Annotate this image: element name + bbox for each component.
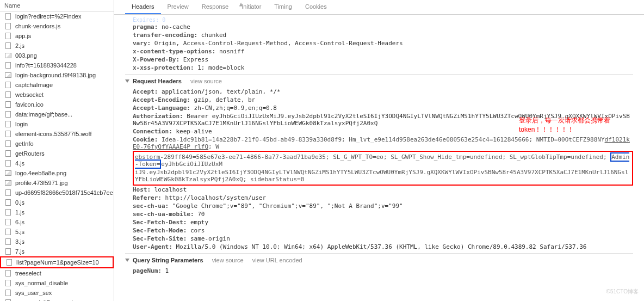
request-headers-section[interactable]: Request Headers view source — [125, 74, 633, 88]
file-item[interactable]: treeselect — [0, 268, 114, 278]
file-item[interactable]: 7.js — [0, 247, 114, 256]
header-row: Sec-Fetch-Dest: empty — [133, 218, 633, 226]
tabs-bar: HeadersPreviewResponseInitiatorTimingCoo… — [114, 0, 644, 15]
file-icon — [4, 269, 12, 277]
file-item[interactable]: 3.js — [0, 237, 114, 247]
header-value: same-origin — [187, 235, 230, 242]
header-name: Sec-Fetch-Site: — [133, 235, 187, 242]
file-item[interactable]: websocket — [0, 90, 114, 100]
header-row: x-xss-protection: 1; mode=block — [133, 64, 633, 72]
file-item[interactable]: 0.js — [0, 198, 114, 207]
file-item[interactable]: favicon.ico — [0, 100, 114, 109]
header-name: pragma: — [133, 23, 158, 30]
sidebar-header: Name — [0, 0, 114, 11]
header-value: cors — [187, 227, 205, 234]
header-name: X-Powered-By: — [133, 56, 179, 63]
file-item[interactable]: 4.js — [0, 158, 114, 168]
file-icon — [4, 32, 12, 40]
cookie-row: Cookie: Idea-1dc91b81=14a228b7-21f0-45bd… — [133, 136, 633, 151]
request-headers-after: Host: localhostReferer: http://localhost… — [125, 186, 633, 251]
file-item[interactable]: chunk-vendors.js — [0, 21, 114, 31]
header-row: transfer-encoding: chunked — [133, 31, 633, 39]
file-name: 2.js — [15, 42, 24, 49]
file-item[interactable]: login?redirect=%2Findex — [0, 11, 114, 21]
query-params-section[interactable]: Query String Parameters view source view… — [125, 253, 633, 267]
file-item[interactable]: list?pageNum=1&pageSize=10 — [0, 256, 114, 268]
header-value: no-cache — [158, 23, 190, 30]
file-icon — [4, 159, 12, 167]
image-icon — [4, 169, 12, 177]
file-name: info?t=1618839344228 — [15, 62, 77, 69]
tab-headers[interactable]: Headers — [125, 0, 161, 14]
file-name: 0.js — [15, 199, 24, 206]
file-item[interactable]: logo.4eeb8a8e.png — [0, 168, 114, 178]
file-icon — [4, 208, 12, 216]
header-value: 1 — [162, 267, 169, 274]
file-item[interactable]: info?t=1618839344228 — [0, 60, 114, 70]
file-item[interactable]: data:image/gif;base... — [0, 109, 114, 119]
header-name: x-content-type-options: — [133, 48, 215, 55]
header-row: Sec-Fetch-Site: same-origin — [133, 235, 633, 243]
view-source-link[interactable]: view source — [190, 78, 222, 84]
file-icon — [4, 13, 12, 20]
file-item[interactable]: 5.js — [0, 227, 114, 237]
tab-response[interactable]: Response — [195, 0, 236, 14]
collapse-icon — [125, 259, 129, 262]
file-item[interactable]: 2.js — [0, 41, 114, 51]
file-name: list?pageNum=1&pageSize=10 — [16, 259, 99, 266]
header-row: pageNum: 1 — [133, 267, 633, 275]
file-icon — [4, 81, 12, 89]
file-item[interactable]: profile.473f5971.jpg — [0, 178, 114, 188]
file-name: logo.4eeb8a8e.png — [15, 170, 66, 176]
header-name: Accept-Encoding: — [133, 96, 190, 103]
file-item[interactable]: getInfo — [0, 139, 114, 149]
file-item[interactable]: login — [0, 119, 114, 129]
file-item[interactable]: 6.js — [0, 217, 114, 227]
tab-preview[interactable]: Preview — [161, 0, 195, 14]
file-name: captchaImage — [15, 82, 53, 88]
file-item[interactable]: sys.user.initPassword — [0, 298, 114, 301]
file-icon — [4, 140, 12, 148]
network-sidebar[interactable]: Name login?redirect=%2Findexchunk-vendor… — [0, 0, 114, 301]
file-name: websocket — [15, 91, 44, 98]
file-item[interactable]: sys_normal_disable — [0, 278, 114, 288]
file-name: sys_user_sex — [15, 290, 52, 296]
header-value: application/json, text/plain, */* — [158, 88, 280, 95]
file-item[interactable]: 1.js — [0, 207, 114, 217]
file-item[interactable]: 003.png — [0, 51, 114, 60]
file-name: chunk-vendors.js — [15, 23, 60, 29]
watermark: ©51CTO博客 — [606, 288, 639, 296]
file-item[interactable]: element-icons.535877f5.woff — [0, 129, 114, 139]
file-name: login — [15, 121, 28, 127]
view-url-encoded-link[interactable]: view URL encoded — [252, 257, 302, 263]
header-row: pragma: no-cache — [133, 23, 633, 31]
header-row: sec-ch-ua-mobile: ?0 — [133, 210, 633, 218]
file-item[interactable]: captchaImage — [0, 80, 114, 90]
file-item[interactable]: login-background.f9f49138.jpg — [0, 70, 114, 80]
file-icon — [4, 218, 12, 226]
response-headers-block: pragma: no-cachetransfer-encoding: chunk… — [125, 23, 633, 72]
header-name: Host: — [133, 186, 151, 193]
header-value: http://localhost/system/user — [162, 194, 266, 201]
header-value: Express — [179, 56, 208, 63]
view-source-link[interactable]: view source — [212, 257, 244, 263]
file-item[interactable]: sys_user_sex — [0, 288, 114, 298]
cookie-highlight-box: ebstorm-289ff849=585e67e3-ee71-4866-8a77… — [133, 151, 633, 186]
file-item[interactable]: up-d6695f82666e5018f715c41cb7ee — [0, 188, 114, 198]
file-name: getInfo — [15, 140, 34, 147]
header-value: "Google Chrome";v="89", "Chromium";v="89… — [169, 202, 403, 210]
file-name: login?redirect=%2Findex — [15, 13, 81, 20]
file-name: 6.js — [15, 219, 24, 225]
tab-cookies[interactable]: Cookies — [299, 0, 333, 14]
tab-timing[interactable]: Timing — [268, 0, 299, 14]
file-icon — [4, 101, 12, 108]
header-row: Host: localhost — [133, 186, 633, 194]
header-row: Accept: application/json, text/plain, */… — [133, 88, 633, 96]
image-icon — [4, 52, 12, 59]
scroll-up-icon[interactable]: ▲ — [237, 0, 245, 8]
header-row: User-Agent: Mozilla/5.0 (Windows NT 10.0… — [133, 243, 633, 251]
file-name: getRouters — [15, 150, 45, 157]
file-name: 5.js — [15, 229, 24, 235]
file-item[interactable]: app.js — [0, 31, 114, 41]
file-item[interactable]: getRouters — [0, 149, 114, 158]
